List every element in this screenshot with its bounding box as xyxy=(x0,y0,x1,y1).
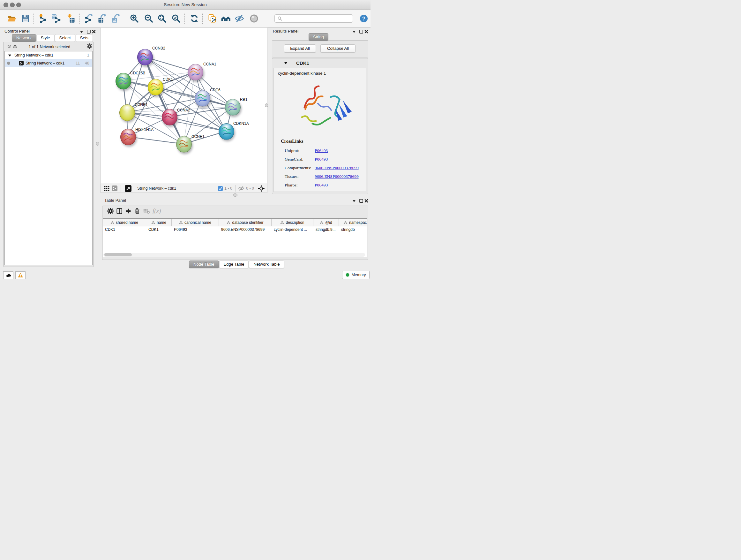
svg-text:?: ? xyxy=(362,16,365,21)
tab-node-table[interactable]: Node Table xyxy=(189,260,219,268)
crosslink-value-link[interactable]: P06493 xyxy=(315,183,328,188)
clone-network-icon[interactable] xyxy=(207,14,217,23)
protein-section-header[interactable]: CDK1 xyxy=(272,58,368,67)
results-panel-float-icon[interactable] xyxy=(359,29,363,34)
crosslink-value-link[interactable]: 9606.ENSP00000378699 xyxy=(315,174,359,179)
hide-selected-icon[interactable] xyxy=(234,14,244,23)
expand-all-icon[interactable] xyxy=(13,44,17,49)
table-mode-gear-icon[interactable] xyxy=(107,208,114,214)
search-input[interactable] xyxy=(284,16,353,21)
delete-column-icon[interactable] xyxy=(134,208,140,214)
collapse-all-icon[interactable] xyxy=(7,44,11,49)
show-columns-icon[interactable] xyxy=(116,208,123,214)
save-icon[interactable] xyxy=(21,14,30,23)
results-panel-collapse-icon[interactable] xyxy=(352,30,356,34)
table-row[interactable]: CDK1CDK1P064939606.ENSP00000378699cyclin… xyxy=(103,226,367,233)
table-cell[interactable]: P06493 xyxy=(172,227,219,233)
network-tree-root-row[interactable]: String Network – cdk1 1 xyxy=(5,51,92,59)
tree-caret-icon[interactable] xyxy=(8,53,12,57)
left-splitter-handle[interactable] xyxy=(96,142,99,145)
open-file-icon[interactable] xyxy=(7,14,17,23)
collapse-all-button[interactable]: Collapse All xyxy=(320,44,355,53)
refresh-icon[interactable] xyxy=(190,14,199,23)
results-panel-close-icon[interactable] xyxy=(364,29,368,34)
column-header-canonical-name[interactable]: canonical name xyxy=(172,219,219,226)
expand-all-button[interactable]: Expand All xyxy=(284,44,316,53)
detach-view-icon[interactable] xyxy=(125,185,131,192)
export-table-icon[interactable] xyxy=(97,14,107,23)
export-image-icon[interactable] xyxy=(111,14,121,23)
control-panel-collapse-icon[interactable] xyxy=(79,30,84,34)
tab-string[interactable]: String xyxy=(309,33,328,41)
table-panel-collapse-icon[interactable] xyxy=(352,199,356,203)
network-node-cdk1[interactable] xyxy=(148,79,163,96)
selected-checkbox-icon[interactable] xyxy=(218,186,223,191)
grid-view-icon[interactable] xyxy=(104,186,110,191)
tab-network[interactable]: Network xyxy=(12,34,36,42)
crosslink-value-link[interactable]: P06493 xyxy=(315,157,328,162)
column-header-shared-name[interactable]: shared name xyxy=(103,219,146,226)
import-table-file-icon[interactable] xyxy=(66,14,76,23)
network-node-cdc6[interactable] xyxy=(195,90,210,107)
tab-edge-table[interactable]: Edge Table xyxy=(219,260,249,268)
network-node-ccna1[interactable] xyxy=(188,64,203,80)
network-view-canvas[interactable]: CCNB2CCNA1CDC25BCDK1CDC6RB1CCNB1CCNA2CDK… xyxy=(100,27,267,184)
search-field[interactable] xyxy=(274,14,353,23)
crosslink-value-link[interactable]: 9606.ENSP00000378699 xyxy=(315,165,359,171)
table-panel-float-icon[interactable] xyxy=(359,199,363,203)
section-caret-icon[interactable] xyxy=(284,61,288,65)
control-panel-close-icon[interactable] xyxy=(91,29,96,34)
table-cell[interactable]: cyclin-dependent ... xyxy=(272,227,313,233)
table-hscrollbar-thumb[interactable] xyxy=(105,253,132,256)
network-node-ccna2[interactable] xyxy=(162,109,178,125)
import-network-file-icon[interactable] xyxy=(37,14,47,23)
table-panel-close-icon[interactable] xyxy=(364,199,368,203)
column-header-description[interactable]: description xyxy=(272,219,313,226)
memory-button[interactable]: Memory xyxy=(342,271,369,279)
birds-eye-view-icon[interactable] xyxy=(258,185,265,192)
tab-style[interactable]: Style xyxy=(37,34,55,42)
network-node-cdc25b[interactable] xyxy=(116,73,131,89)
network-options-gear-icon[interactable] xyxy=(87,44,92,49)
network-node-cdkn1a[interactable] xyxy=(219,123,234,140)
export-network-icon[interactable] xyxy=(84,14,93,23)
network-node-rb1[interactable] xyxy=(225,99,241,116)
tab-select[interactable]: Select xyxy=(55,34,75,42)
warnings-button[interactable] xyxy=(15,271,25,279)
right-splitter-handle[interactable] xyxy=(265,104,268,107)
network-node-ccne1[interactable] xyxy=(176,136,192,152)
table-cell[interactable]: CDK1 xyxy=(103,227,146,233)
hidden-eye-icon[interactable] xyxy=(238,186,245,191)
toolbar-separator xyxy=(185,13,185,24)
table-hscrollbar[interactable] xyxy=(104,253,365,257)
tab-network-table[interactable]: Network Table xyxy=(249,260,284,268)
import-network-database-icon[interactable] xyxy=(51,14,61,23)
zoom-in-icon[interactable] xyxy=(130,14,139,23)
zoom-fit-icon[interactable] xyxy=(157,14,167,23)
network-node-ccnb2[interactable] xyxy=(137,49,153,65)
cloud-button[interactable] xyxy=(3,271,13,279)
table-cell[interactable]: stringdb:9... xyxy=(313,227,339,233)
add-column-icon[interactable] xyxy=(125,208,131,214)
show-all-icon[interactable] xyxy=(249,14,259,23)
table-cell[interactable]: 9606.ENSP00000378699 xyxy=(219,227,272,233)
help-icon[interactable]: ? xyxy=(360,14,368,23)
zoom-out-icon[interactable] xyxy=(144,14,153,23)
network-tree-item-row[interactable]: String Network – cdk1 11 48 xyxy=(5,59,92,67)
network-node-ccnb1[interactable] xyxy=(119,105,135,121)
first-neighbors-icon[interactable] xyxy=(221,14,231,23)
crosslink-value-link[interactable]: P06493 xyxy=(315,148,328,153)
network-thumbnail-icon[interactable] xyxy=(112,186,118,191)
column-header-database-identifier[interactable]: database identifier xyxy=(219,219,272,226)
control-panel-float-icon[interactable] xyxy=(86,29,91,34)
column-header--id[interactable]: @id xyxy=(313,219,339,226)
zoom-selected-icon[interactable] xyxy=(172,14,181,23)
table-cell[interactable]: CDK1 xyxy=(146,227,172,233)
network-node-hist1h1a[interactable] xyxy=(120,129,136,145)
bottom-splitter-handle[interactable] xyxy=(233,193,238,197)
column-header-namespace[interactable]: namespace xyxy=(339,219,367,226)
table-cell[interactable]: stringdb xyxy=(339,227,367,233)
column-header-name[interactable]: name xyxy=(146,219,172,226)
tab-sets[interactable]: Sets xyxy=(76,34,93,42)
crosslinks-title: CrossLinks xyxy=(281,138,304,144)
